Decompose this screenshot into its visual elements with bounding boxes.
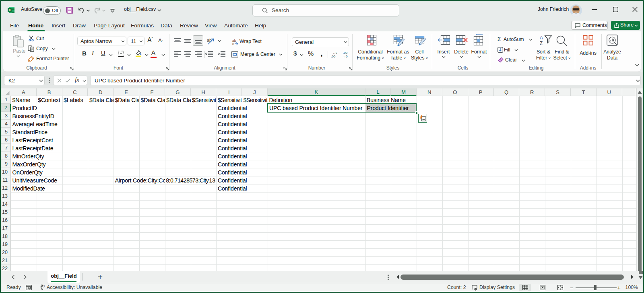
svg-text:ab: ab bbox=[207, 38, 212, 43]
svg-text:X: X bbox=[8, 8, 11, 12]
svg-text:.00: .00 bbox=[331, 55, 336, 58]
svg-text:Z: Z bbox=[540, 41, 543, 46]
svg-text:?: ? bbox=[43, 285, 45, 288]
svg-text:A: A bbox=[540, 35, 543, 41]
svg-text:→0: →0 bbox=[343, 55, 348, 58]
